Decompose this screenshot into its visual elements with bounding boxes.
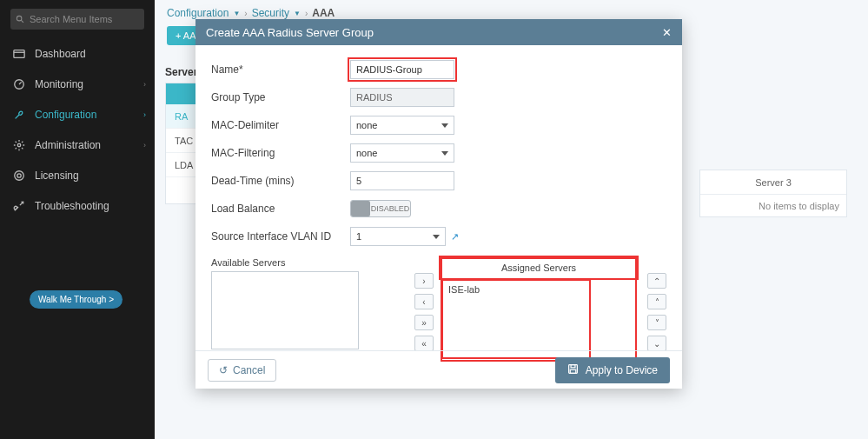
- move-buttons-column: › ‹ » «: [414, 273, 434, 351]
- external-link-icon[interactable]: ↗: [451, 231, 459, 243]
- toggle-text: DISABLED: [370, 204, 410, 213]
- move-left-button[interactable]: ‹: [414, 294, 434, 309]
- mac-delimiter-select[interactable]: none: [350, 116, 454, 135]
- save-icon: [567, 363, 579, 377]
- assigned-servers-column: Assigned Servers ISE-lab: [441, 257, 637, 362]
- svg-rect-10: [571, 364, 575, 367]
- assigned-servers-listbox[interactable]: ISE-lab: [442, 280, 590, 358]
- modal-overlay: Create AAA Radius Server Group ✕ Name* R…: [0, 0, 868, 439]
- modal-header: Create AAA Radius Server Group ✕: [195, 19, 682, 45]
- order-up-button[interactable]: ˄: [647, 294, 666, 309]
- list-item[interactable]: ISE-lab: [448, 284, 584, 295]
- order-down-button[interactable]: ˅: [647, 315, 666, 330]
- move-all-left-button[interactable]: «: [414, 336, 434, 351]
- cancel-label: Cancel: [233, 364, 265, 376]
- modal-body: Name* RADIUS-Group Group Type RADIUS MAC…: [195, 45, 682, 365]
- dead-time-label: Dead-Time (mins): [211, 175, 350, 187]
- dead-time-input[interactable]: 5: [350, 171, 454, 190]
- mac-filtering-select[interactable]: none: [350, 143, 454, 163]
- order-buttons-column: ⌃ ˄ ˅ ⌄: [647, 273, 666, 351]
- name-input[interactable]: RADIUS-Group: [350, 60, 454, 79]
- available-servers-column: Available Servers: [211, 257, 407, 349]
- source-vlan-label: Source Interface VLAN ID: [211, 230, 350, 243]
- available-servers-listbox[interactable]: [211, 271, 359, 349]
- move-all-right-button[interactable]: »: [414, 315, 434, 330]
- modal-title: Create AAA Radius Server Group: [206, 26, 374, 39]
- apply-label: Apply to Device: [586, 364, 658, 376]
- move-right-button[interactable]: ›: [414, 273, 434, 289]
- create-radius-group-modal: Create AAA Radius Server Group ✕ Name* R…: [195, 19, 682, 389]
- mac-delimiter-label: MAC-Delimiter: [211, 119, 350, 131]
- undo-icon: ↺: [219, 364, 228, 376]
- svg-rect-11: [570, 369, 576, 373]
- group-type-label: Group Type: [211, 91, 350, 103]
- load-balance-toggle[interactable]: DISABLED: [350, 200, 411, 217]
- group-type-field: RADIUS: [350, 88, 454, 107]
- assigned-servers-caption: Assigned Servers: [442, 259, 635, 276]
- source-vlan-select[interactable]: 1: [350, 227, 446, 246]
- order-bottom-button[interactable]: ⌄: [647, 336, 666, 351]
- close-icon[interactable]: ✕: [662, 26, 672, 39]
- name-label: Name*: [211, 63, 350, 76]
- toggle-knob: [351, 201, 370, 216]
- available-servers-caption: Available Servers: [211, 257, 407, 268]
- load-balance-label: Load Balance: [211, 203, 350, 215]
- cancel-button[interactable]: ↺ Cancel: [208, 359, 276, 382]
- order-top-button[interactable]: ⌃: [647, 273, 666, 289]
- modal-footer: ↺ Cancel Apply to Device: [195, 350, 682, 389]
- mac-filtering-label: MAC-Filtering: [211, 147, 350, 159]
- apply-button[interactable]: Apply to Device: [555, 357, 670, 383]
